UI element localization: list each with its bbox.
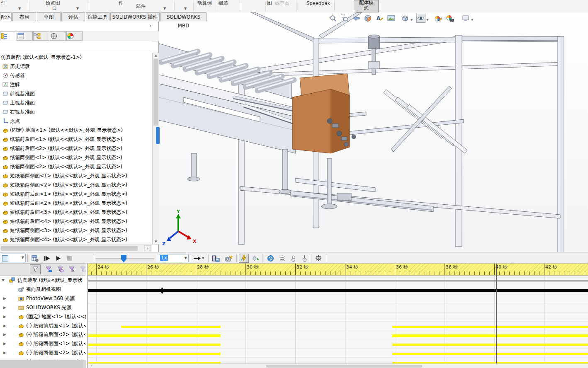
chevron-down-icon[interactable]: ▼	[76, 7, 79, 10]
view-settings-icon[interactable]	[461, 14, 470, 23]
change-bar[interactable]	[392, 353, 588, 355]
feature-tree-item[interactable]: 短纸箱两侧面<1> (默认<<默认>_外观 显示状态>)	[0, 171, 149, 180]
feature-tree-item[interactable]: 纸箱前后面<2> (默认<<默认>_外观 显示状态>)	[0, 144, 149, 153]
ribbon-button-fragment[interactable]: 动算例	[197, 0, 212, 6]
scroll-up-icon[interactable]: ▲	[153, 53, 159, 58]
timeline-hscrollbar[interactable]: ‹	[88, 363, 588, 368]
feature-tree-item[interactable]: 传感器	[0, 71, 149, 80]
scroll-thumb[interactable]	[153, 59, 158, 126]
scroll-right-icon[interactable]: ›	[144, 245, 151, 251]
previous-view-icon[interactable]	[352, 14, 361, 23]
panel-tab-displaymanager[interactable]	[66, 31, 83, 41]
save-animation-button[interactable]	[211, 254, 221, 263]
play-from-start-button[interactable]	[42, 254, 52, 263]
panel-splitter-handle[interactable]	[156, 127, 160, 144]
motion-tree-item[interactable]: ▶(-) 纸箱两侧面<2> (默认<	[0, 348, 86, 357]
ribbon-button-fragment[interactable]: 部件	[136, 3, 146, 10]
motion-tree-item[interactable]: ▶(-) 纸箱前后面<2> (默认<	[0, 330, 86, 339]
apply-scene-image-icon[interactable]	[386, 14, 396, 23]
cardboard-box[interactable]	[292, 74, 350, 153]
change-bar[interactable]	[88, 344, 221, 346]
chevron-down-icon[interactable]: ▼	[184, 7, 187, 10]
timeline-chart[interactable]	[88, 276, 588, 363]
camera-keypoint-diamond[interactable]	[160, 287, 164, 294]
filter-driving-button[interactable]	[55, 264, 66, 274]
animation-wizard-button[interactable]	[224, 254, 234, 263]
ribbon-button-fragment[interactable]: 件	[1, 0, 6, 6]
motion-tree-item[interactable]: ▶(-) 纸箱两侧面<1> (默认<	[0, 339, 86, 348]
viewport-3d-scene[interactable]: Y X Z	[159, 12, 588, 252]
scroll-thumb[interactable]	[266, 365, 422, 368]
study-type-select[interactable]: ▼	[1, 254, 26, 262]
motor-button[interactable]	[265, 254, 275, 263]
chevron-down-icon[interactable]: ▼	[18, 7, 21, 10]
calculate-button[interactable]	[30, 254, 40, 263]
ribbon-button-fragment[interactable]: 件	[119, 0, 124, 6]
change-bar[interactable]	[88, 353, 221, 355]
scroll-down-icon[interactable]: ▼	[153, 239, 159, 245]
feature-tree-item[interactable]: 上视基准面	[0, 98, 149, 107]
timeline-playhead[interactable]	[496, 264, 497, 363]
feature-tree-item[interactable]: 短纸箱两侧面<4> (默认<<默认>_外观 显示状态>)	[0, 235, 149, 244]
ribbon-button-fragment[interactable]: 细装	[219, 0, 228, 6]
motion-tree-item[interactable]: 视向及相机视图	[0, 285, 86, 294]
overall-duration-bar[interactable]	[88, 281, 588, 281]
motion-tree-item[interactable]: ▶(固定) 地面<1> (默认<<默	[0, 312, 86, 321]
feature-tree-item[interactable]: 纸箱两侧面<1> (默认<<默认>_外观 显示状态>)	[0, 153, 149, 162]
feature-tree-item[interactable]: 仿真装配 (默认<默认_显示状态-1>)	[0, 53, 149, 62]
feature-tree-item[interactable]: 短纸箱前后面<3> (默认<<默认>_外观 显示状态>)	[0, 208, 149, 217]
annotation-views-icon[interactable]: A	[375, 14, 384, 23]
ribbon-button-fragment[interactable]: 线草图	[275, 0, 289, 6]
feature-tree-item[interactable]: 纸箱前后面<1> (默认<<默认>_外观 显示状态>)	[0, 135, 149, 144]
motion-tree-item[interactable]: ▶(-) 纸箱前后面<1> (默认<	[0, 321, 86, 330]
change-bar[interactable]	[392, 334, 588, 337]
tab-配体[interactable]: 配体	[0, 12, 12, 21]
chevron-down-icon[interactable]: ▼	[411, 18, 413, 22]
tab-SOLIDWORKS MBD[interactable]: SOLIDWORKS MBD	[160, 12, 207, 21]
chevron-down-icon[interactable]: ▼	[163, 7, 166, 10]
feature-tree-item[interactable]: 原点	[0, 116, 149, 126]
edit-appearance-icon[interactable]	[434, 14, 443, 23]
expand-closed-icon[interactable]: ▶	[3, 339, 6, 348]
panel-tab-configurationmanager[interactable]	[33, 31, 49, 41]
feature-tree-item[interactable]: 纸箱两侧面<2> (默认<<默认>_外观 显示状态>)	[0, 162, 149, 171]
panel-tab-propertymanager[interactable]	[17, 31, 33, 41]
play-button[interactable]	[53, 254, 63, 263]
expand-closed-icon[interactable]: ▶	[3, 303, 6, 312]
feature-tree-item[interactable]: 短纸箱前后面<1> (默认<<默认>_外观 显示状态>)	[0, 189, 149, 199]
timeline-ruler[interactable]: 24 秒26 秒28 秒30 秒32 秒34 秒36 秒38 秒40 秒42 秒	[88, 264, 588, 276]
motionmanager-splitter[interactable]	[86, 264, 88, 368]
tab-SOLIDWORKS 插件[interactable]: SOLIDWORKS 插件	[110, 12, 160, 21]
tab-评估[interactable]: 评估	[61, 12, 85, 21]
hide-show-items-icon[interactable]	[416, 14, 425, 23]
feature-tree-item[interactable]: 右视基准面	[0, 107, 149, 116]
study-properties-button[interactable]	[313, 254, 323, 263]
zoom-fit-icon[interactable]	[328, 14, 338, 23]
feature-tree-hscrollbar[interactable]: ›	[0, 245, 152, 252]
panel-tab-featuremanager[interactable]	[0, 31, 16, 41]
zoom-area-icon[interactable]	[340, 14, 349, 23]
change-bar[interactable]	[392, 326, 588, 328]
expand-closed-icon[interactable]: ▶	[3, 321, 6, 330]
feature-tree-item[interactable]: 短纸箱两侧面<2> (默认<<默认>_外观 显示状态>)	[0, 180, 149, 189]
apply-scene-icon[interactable]	[445, 14, 454, 23]
change-bar[interactable]	[392, 344, 588, 346]
tab-渲染工具[interactable]: 渲染工具	[86, 12, 109, 21]
stop-button[interactable]	[64, 254, 74, 263]
add-key-button[interactable]	[250, 254, 260, 263]
chevron-down-icon[interactable]: ▼	[471, 18, 473, 22]
play-mode-dropdown-icon[interactable]: ▼	[202, 257, 204, 260]
ribbon-button-fragment[interactable]: 口	[52, 5, 57, 12]
feature-tree-item[interactable]: 历史记录	[0, 62, 149, 71]
large-assembly-mode-button[interactable]: 配体模式	[354, 0, 379, 12]
change-bar[interactable]	[121, 326, 221, 328]
filter-animated-button[interactable]	[43, 264, 54, 274]
view-orientation-icon[interactable]	[401, 14, 410, 23]
panel-tab-dimxpertmanager[interactable]	[50, 31, 66, 41]
feature-tree-item[interactable]: A注解	[0, 80, 149, 89]
playback-speed-select[interactable]: 1x ▼	[159, 254, 189, 262]
motion-tree-item[interactable]: ▶PhotoView 360 光源	[0, 294, 86, 303]
ribbon-button-fragment[interactable]: Speedpak	[306, 0, 330, 6]
panel-collapse-arrow[interactable]: ›	[149, 22, 156, 29]
autokey-button[interactable]	[239, 254, 249, 263]
